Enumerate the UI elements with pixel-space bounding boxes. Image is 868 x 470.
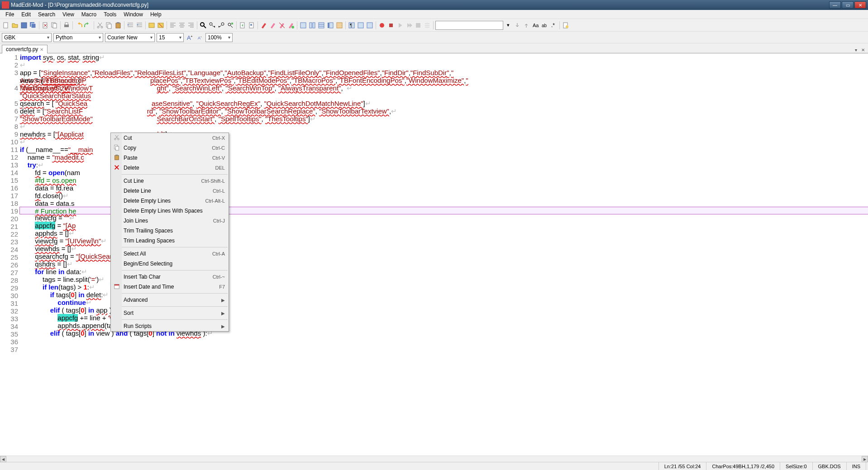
menu-help[interactable]: Help xyxy=(147,10,165,19)
menu-item-select-all[interactable]: Select AllCtrl-A xyxy=(111,249,229,259)
close-button[interactable]: ✕ xyxy=(854,1,866,9)
menu-macro[interactable]: Macro xyxy=(78,10,100,19)
new-icon[interactable] xyxy=(2,21,10,29)
play-n-icon[interactable] xyxy=(405,21,413,29)
code-line[interactable]: import sys, os, stat, string↵ xyxy=(20,53,868,61)
menu-item-delete-line[interactable]: Delete LineCtrl-L xyxy=(111,186,229,196)
tab-close-icon[interactable]: ✕ xyxy=(40,47,43,52)
search-down-icon[interactable] xyxy=(513,21,521,29)
menu-item-sort[interactable]: Sort▶ xyxy=(111,308,229,318)
menu-item-copy[interactable]: CopyCtrl-C xyxy=(111,143,229,153)
outdent-icon[interactable] xyxy=(135,21,143,29)
view-text-icon[interactable] xyxy=(299,21,307,29)
menu-item-trim-trailing-spaces[interactable]: Trim Trailing Spaces xyxy=(111,226,229,236)
menu-item-join-lines[interactable]: Join LinesCtrl-J xyxy=(111,216,229,226)
paste-icon[interactable] xyxy=(114,21,122,29)
marker-pink-icon[interactable] xyxy=(269,21,277,29)
record-icon[interactable] xyxy=(378,21,386,29)
case-icon[interactable]: Aa xyxy=(531,21,539,29)
scroll-left-icon[interactable]: ◀ xyxy=(0,456,6,462)
tab-convertcfg[interactable]: convertcfg.py ✕ xyxy=(2,45,48,53)
menu-item-cut-line[interactable]: Cut LineCtrl-Shift-L xyxy=(111,176,229,186)
settings-icon[interactable] xyxy=(562,21,570,29)
menu-item-run-scripts[interactable]: Run Scripts▶ xyxy=(111,321,229,331)
menu-item-delete-empty-lines-with-spaces[interactable]: Delete Empty Lines With Spaces xyxy=(111,206,229,216)
replace-icon[interactable] xyxy=(226,21,234,29)
find-prev-icon[interactable] xyxy=(217,21,225,29)
menu-tools[interactable]: Tools xyxy=(100,10,120,19)
search-up-icon[interactable] xyxy=(522,21,530,29)
menu-window[interactable]: Window xyxy=(120,10,147,19)
quick-search-input[interactable] xyxy=(435,21,503,30)
font-dec-icon[interactable]: A- xyxy=(196,33,204,42)
show-symbol-icon[interactable]: ¶ xyxy=(348,21,356,29)
close-doc-icon[interactable] xyxy=(41,21,49,29)
menu-item-insert-date-and-time[interactable]: Insert Date and TimeF7 xyxy=(111,282,229,292)
uncomment-icon[interactable] xyxy=(157,21,165,29)
menu-item-cut[interactable]: CutCtrl-X xyxy=(111,133,229,143)
language-combo[interactable]: Python xyxy=(53,33,103,42)
view-column-icon[interactable] xyxy=(308,21,316,29)
code-line[interactable]: ↵ xyxy=(20,123,868,130)
scroll-right-icon[interactable]: ▶ xyxy=(862,456,868,462)
menu-item-paste[interactable]: PasteCtrl-V xyxy=(111,153,229,163)
code-line[interactable]: "QuickSearchBarStatus xyxy=(20,92,868,100)
wrap-icon[interactable] xyxy=(335,21,343,29)
menu-search[interactable]: Search xyxy=(34,10,59,19)
closeall-icon[interactable] xyxy=(50,21,58,29)
stop-icon[interactable] xyxy=(387,21,395,29)
menu-view[interactable]: View xyxy=(59,10,78,19)
menu-item-advanced[interactable]: Advanced▶ xyxy=(111,295,229,305)
menu-item-delete-empty-lines[interactable]: Delete Empty LinesCtrl-Alt-L xyxy=(111,196,229,206)
align-right-icon[interactable] xyxy=(187,21,195,29)
regex-icon[interactable]: .* xyxy=(549,21,558,29)
find-icon[interactable] xyxy=(199,21,207,29)
save-macro-icon[interactable] xyxy=(414,21,422,29)
bookmark-icon[interactable] xyxy=(248,21,256,29)
fontsize-combo[interactable]: 15 xyxy=(157,33,184,42)
menu-item-delete[interactable]: DeleteDEL xyxy=(111,163,229,173)
combo-drop-icon[interactable]: ▾ xyxy=(504,21,512,29)
editor[interactable]: 1234567891011121314151617181920212223242… xyxy=(0,53,868,456)
marker-red-icon[interactable] xyxy=(260,21,268,29)
print-icon[interactable] xyxy=(62,21,71,29)
comment-icon[interactable] xyxy=(148,21,156,29)
align-center-icon[interactable] xyxy=(178,21,186,29)
code-line[interactable]: "ShowToolbarEditMode" SearchBarOnStart",… xyxy=(20,115,868,123)
linenum-icon[interactable] xyxy=(326,21,334,29)
align-left-icon[interactable] xyxy=(169,21,177,29)
menu-item-insert-tab-char[interactable]: Insert Tab CharCtrl-~ xyxy=(111,272,229,282)
code-line[interactable]: delet = ["SearchListF rd", "ShowToolbarE… xyxy=(20,107,868,115)
goto-icon[interactable] xyxy=(238,21,247,29)
code-line[interactable]: app = ["SingleInstance","ReloadFiles","R… xyxy=(20,69,868,76)
code-line[interactable]: view = ["TBStandardP placePos","TBTextvi… xyxy=(20,76,868,84)
macro-list-icon[interactable] xyxy=(423,21,431,29)
cut-icon[interactable] xyxy=(96,21,104,29)
marker-toggle-icon[interactable] xyxy=(287,21,295,29)
marker-clear-icon[interactable] xyxy=(278,21,286,29)
code-line[interactable]: ↵ xyxy=(20,61,868,69)
code-line[interactable]: "WindowLeft","WindowT ght", "SearchWinLe… xyxy=(20,84,868,92)
show-space-icon[interactable] xyxy=(357,21,365,29)
indent-icon[interactable] xyxy=(126,21,134,29)
scroll-track[interactable] xyxy=(6,456,862,462)
play-icon[interactable] xyxy=(396,21,404,29)
open-icon[interactable] xyxy=(11,21,19,29)
saveall-icon[interactable] xyxy=(29,21,37,29)
menu-file[interactable]: File xyxy=(2,10,18,19)
tab-scroll-down-icon[interactable]: ▾ xyxy=(853,47,859,53)
save-icon[interactable] xyxy=(20,21,28,29)
menu-item-begin-end-selecting[interactable]: Begin/End Selecting xyxy=(111,259,229,269)
tab-close-all-icon[interactable]: ✕ xyxy=(860,47,866,53)
maximize-button[interactable]: ▭ xyxy=(842,1,854,9)
horizontal-scrollbar[interactable]: ◀ ▶ xyxy=(0,456,868,462)
code-line[interactable]: qsearch = [ "QuickSea aseSensitive", "Qu… xyxy=(20,100,868,107)
menu-edit[interactable]: Edit xyxy=(18,10,34,19)
menu-item-trim-leading-spaces[interactable]: Trim Leading Spaces xyxy=(111,236,229,246)
show-tab-icon[interactable] xyxy=(366,21,374,29)
copy-icon[interactable] xyxy=(105,21,113,29)
font-combo[interactable]: Courier New xyxy=(105,33,155,42)
view-hex-icon[interactable] xyxy=(317,21,325,29)
find-next-icon[interactable] xyxy=(208,21,216,29)
zoom-combo[interactable]: 100% xyxy=(205,33,233,42)
